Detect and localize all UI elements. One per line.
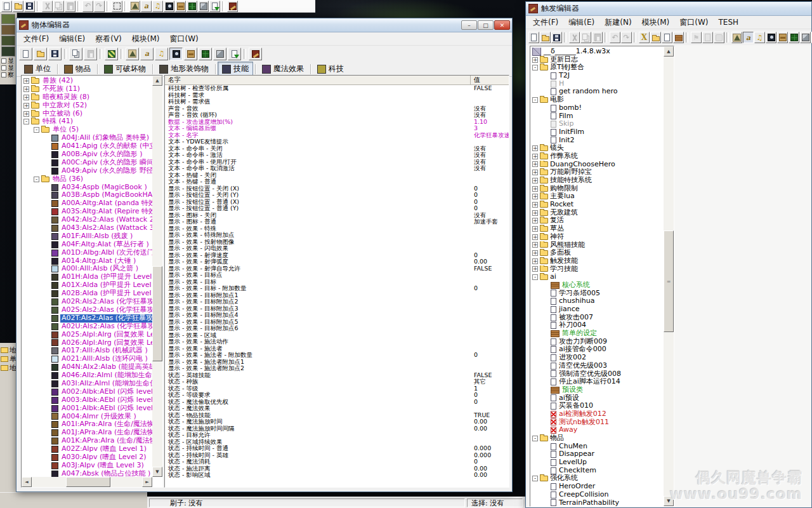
property-row[interactable]: 状态 - 魔法施放时间间隔0.00	[165, 425, 509, 432]
trigger-tree-item[interactable]: -强化系统	[531, 474, 664, 483]
object-tree-item[interactable]: A021:AIll:AIsb (连环闪电 )	[22, 355, 152, 363]
terrain-icon-button[interactable]	[129, 1, 140, 12]
expand-box-icon[interactable]: +	[23, 103, 29, 109]
scroll-left-icon[interactable]: ◄	[22, 477, 32, 487]
trigger-tree-item[interactable]: chushihua	[531, 297, 664, 305]
trigger-tree-item[interactable]: get random hero	[531, 88, 664, 96]
object-tree-item[interactable]: A01X:AIda (护甲提升 Level 2 )	[22, 281, 152, 290]
close-button[interactable]	[494, 20, 510, 30]
expand-box-icon[interactable]: +	[23, 111, 29, 117]
object-tree-item[interactable]: A002:AIbk:AEbl (闪烁 level 1 )	[22, 388, 152, 396]
object-tree-item[interactable]: A01F:AIll:AIsb (残废 )	[22, 232, 152, 241]
trigger-tree-item[interactable]: 简单的设定	[531, 330, 664, 338]
property-row[interactable]: 显示 - 效果 - 特殊附加点	[165, 232, 509, 239]
object-tree-item[interactable]: A03S:AItg:AIat (Repire 特效)	[22, 208, 152, 216]
collapse-box-icon[interactable]: -	[532, 274, 538, 280]
trigger-tree-item[interactable]: Disappear	[531, 450, 664, 458]
trigger-tree-item[interactable]: 预设类	[531, 386, 664, 394]
object-tree-item[interactable]: A02T:AIs2:AIas (化学狂暴攻速 3)	[22, 314, 152, 323]
object-tree-item[interactable]: A026:AIpl:AIrg (回复效果 Level 3 (先	[22, 339, 152, 347]
property-row[interactable]: 显示 - 效果 - 目标附加点5	[165, 319, 509, 326]
expand-box-icon[interactable]: +	[532, 145, 538, 151]
trigger-editor-menu-item-3[interactable]: 模块(M)	[637, 16, 675, 29]
property-row[interactable]: 文本 - 命令串 - 关闭没有	[165, 145, 509, 152]
object-tree-item[interactable]: A02R:AIs2:AIas (化学狂暴攻速 1)	[22, 298, 152, 306]
palette-folder-row[interactable]: 地	[1, 345, 16, 354]
tab-技能[interactable]: 技能	[218, 62, 253, 76]
property-row[interactable]: 状态 - 区域持续效果	[165, 439, 509, 446]
expand-box-icon[interactable]: +	[532, 266, 538, 272]
trigger-tree-item[interactable]: HeroOrder	[531, 483, 664, 491]
trigger-tree-item[interactable]: +DuangChooseHero	[531, 161, 664, 169]
tab-单位[interactable]: 单位	[20, 62, 55, 76]
object-tree-item[interactable]: -单位 (5)	[22, 126, 152, 134]
trigger-tree-item[interactable]: -电影	[531, 96, 664, 104]
tab-地形装饰物[interactable]: 地形装饰物	[155, 62, 213, 76]
property-row[interactable]: 显示 - 效果 - 区域	[165, 332, 509, 339]
unit-icon-button[interactable]	[164, 1, 174, 12]
trigger-editor-menu-item-1[interactable]: 编辑(E)	[563, 16, 599, 29]
property-row[interactable]: 显示 - 效果 - 闪电效果	[165, 245, 509, 252]
property-row[interactable]: 显示 - 效果 - 目标附加点3	[165, 305, 509, 312]
import-icon-button[interactable]	[228, 48, 241, 60]
property-row[interactable]: 显示 - 效果 - 目标附加点6	[165, 325, 509, 332]
cut-icon-button[interactable]	[569, 32, 580, 43]
expand-box-icon[interactable]: +	[532, 234, 538, 240]
trigger-editor-titlebar[interactable]: 触发编辑器	[526, 2, 811, 16]
open-icon-button[interactable]	[540, 32, 551, 43]
collapse-box-icon[interactable]: -	[34, 177, 39, 182]
trigger-tree-item[interactable]: Skip	[531, 120, 664, 128]
object-tree-item[interactable]: A02U:AIs2:AIas (化学狂暴攻速 4)	[22, 323, 152, 331]
object-tree-item[interactable]: A01K:APra:AIra (生命/魔法恢复 Level 3	[22, 437, 152, 445]
object-tree-item[interactable]: A001:AIbk:AEbl (闪烁 level 3 )	[22, 404, 152, 413]
property-row[interactable]: 状态 - 持续时间 - 普通0.000	[165, 445, 509, 452]
property-row[interactable]: 显示 - 图标 - 普通加速手套	[165, 218, 509, 225]
expand-box-icon[interactable]: +	[532, 186, 538, 192]
property-row[interactable]: 显示 - 图标 - 关闭没有	[165, 212, 509, 219]
property-row[interactable]: 显示 - 效果 - 目标附加点2	[165, 298, 509, 305]
expand-box-icon[interactable]: +	[532, 202, 538, 208]
object-tree-item[interactable]: +中立敌对 (52)	[22, 102, 152, 110]
property-row[interactable]: 状态 - 影响区域0.00	[165, 472, 509, 479]
undo-icon-button[interactable]	[610, 32, 620, 43]
folder2-icon-button[interactable]	[650, 32, 661, 43]
object-tree-item[interactable]: A02Z:AIpv (嗜血 Level 1)	[22, 445, 152, 453]
object-tree-item[interactable]: -物品 (36)	[22, 175, 152, 184]
doodad-icon-button[interactable]	[141, 1, 152, 12]
trigger-tree-item[interactable]: 学习条塔005	[531, 290, 664, 298]
trigger-editor-menu-item-5[interactable]: TESH	[714, 17, 744, 28]
object-tree-item[interactable]: A01D:AIbg:AIbl (次元传送门 )	[22, 249, 152, 257]
xicon-icon-button[interactable]	[639, 32, 650, 43]
property-row[interactable]: 文本 - YDWE友情提示	[165, 138, 509, 145]
trigger-tree-item[interactable]: 进攻002	[531, 354, 664, 362]
hand-icon-button[interactable]	[714, 32, 724, 43]
redo-icon-button[interactable]	[94, 1, 105, 12]
property-row[interactable]: 显示 - 效果 - 射弹弧度0.00	[165, 258, 509, 265]
property-row[interactable]: 显示 - 效果 - 施法者附加点2	[165, 365, 509, 372]
object-tree-item[interactable]: A00I:AIll:AIsb (风之箭 )	[22, 265, 152, 273]
trigger-tree-item[interactable]: +Rocket	[531, 201, 664, 209]
trigger-tree-item[interactable]: TerrainPathability	[531, 499, 664, 507]
open-icon-button[interactable]	[34, 48, 47, 60]
trigger-tree-item[interactable]: 清空优先级003	[531, 362, 664, 370]
property-row[interactable]: 科技树 - 需求值	[165, 98, 509, 105]
property-row[interactable]: 显示 - 效果 - 施法者附加点1	[165, 359, 509, 366]
trigger-icon-button[interactable]	[199, 48, 212, 60]
property-row[interactable]: 状态 - 等级要求0	[165, 392, 509, 399]
trigger-tree-item[interactable]: +无敌建筑	[531, 209, 664, 217]
expand-box-icon[interactable]: +	[532, 154, 538, 159]
object-tree-item[interactable]: A041:Apig (永久的献祭 (中立敌对 3))	[22, 142, 152, 150]
item-icon-button[interactable]	[184, 48, 197, 60]
save-icon-button[interactable]	[48, 48, 62, 60]
property-row[interactable]: 显示 - 效果 - 目标附加点4	[165, 312, 509, 319]
object-tree-hscrollbar[interactable]: ◄ ►	[22, 477, 152, 487]
tab-可破坏物[interactable]: 可破坏物	[100, 62, 150, 76]
paste-icon-button[interactable]	[65, 1, 75, 12]
scroll-down-icon[interactable]: ▼	[152, 467, 162, 477]
collapse-box-icon[interactable]: -	[532, 436, 538, 441]
object-tree-item[interactable]: A00B:Apiv (永久的隐形 )	[22, 150, 152, 159]
property-row[interactable]: 状态 - 魔法施放时间0.00	[165, 418, 509, 425]
vscroll-thumb[interactable]	[152, 266, 162, 361]
sound-icon-button[interactable]	[152, 1, 163, 12]
property-row[interactable]: 显示 - 效果 - 目标 - 附加数量0	[165, 285, 509, 292]
